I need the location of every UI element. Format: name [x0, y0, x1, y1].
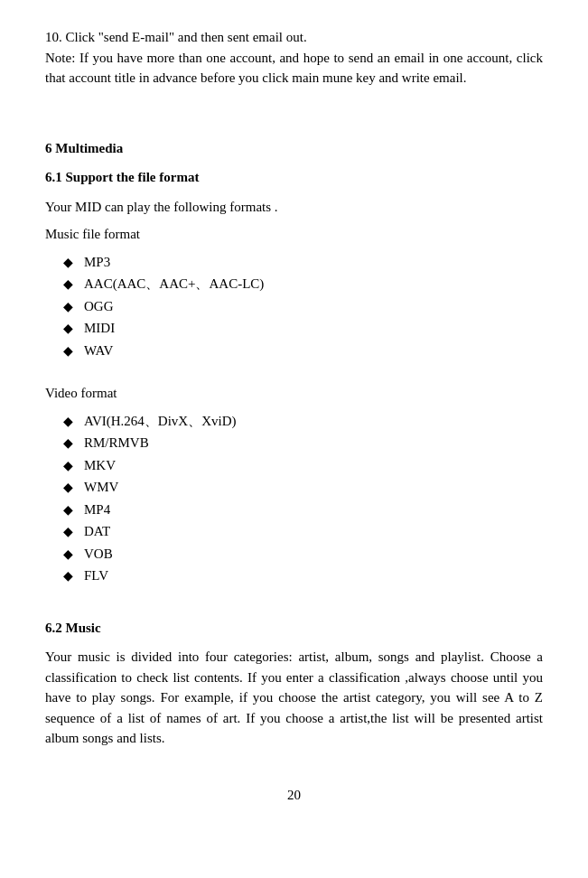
bullet-icon: ◆ — [63, 253, 73, 272]
list-item: ◆ AAC(AAC、AAC+、AAC-LC) — [45, 274, 543, 294]
list-item: ◆ WMV — [45, 477, 543, 498]
video-format-item: AVI(H.264、DivX、XviD) — [84, 411, 236, 432]
list-item: ◆ MP4 — [45, 500, 543, 520]
bullet-icon: ◆ — [63, 412, 73, 431]
section6-heading: 6 Multimedia — [45, 138, 543, 159]
intro-line1: 10. Click "send E-mail" and then sent em… — [45, 27, 543, 48]
list-item: ◆ WAV — [45, 341, 543, 361]
intro-line2: Note: If you have more than one account,… — [45, 48, 543, 89]
list-item: ◆ VOB — [45, 544, 543, 565]
bullet-icon: ◆ — [63, 319, 73, 338]
music-format-item: MP3 — [84, 252, 110, 273]
subsection61-intro: Your MID can play the following formats … — [45, 197, 543, 218]
list-item: ◆ MP3 — [45, 252, 543, 273]
video-format-item: MKV — [84, 455, 116, 476]
video-format-item: VOB — [84, 544, 113, 565]
bullet-icon: ◆ — [63, 297, 73, 316]
page-content: 10. Click "send E-mail" and then sent em… — [45, 27, 543, 805]
subsection61-heading: 6.1 Support the file format — [45, 167, 543, 188]
list-item: ◆ RM/RMVB — [45, 433, 543, 453]
music-format-item: MIDI — [84, 318, 115, 339]
music-format-item: WAV — [84, 341, 113, 361]
bullet-icon: ◆ — [63, 341, 73, 360]
bullet-icon: ◆ — [63, 275, 73, 294]
bullet-icon: ◆ — [63, 478, 73, 497]
music-format-item: OGG — [84, 296, 114, 317]
bullet-icon: ◆ — [63, 500, 73, 519]
video-format-list: ◆ AVI(H.264、DivX、XviD) ◆ RM/RMVB ◆ MKV ◆… — [45, 411, 543, 586]
video-format-item: RM/RMVB — [84, 433, 149, 453]
music-format-item: AAC(AAC、AAC+、AAC-LC) — [84, 274, 264, 294]
music-format-list: ◆ MP3 ◆ AAC(AAC、AAC+、AAC-LC) ◆ OGG ◆ MID… — [45, 252, 543, 361]
bullet-icon: ◆ — [63, 456, 73, 475]
list-item: ◆ DAT — [45, 521, 543, 542]
list-item: ◆ FLV — [45, 565, 543, 586]
bullet-icon: ◆ — [63, 566, 73, 585]
bullet-icon: ◆ — [63, 434, 73, 453]
video-format-item: DAT — [84, 521, 110, 542]
list-item: ◆ AVI(H.264、DivX、XviD) — [45, 411, 543, 432]
page-number: 20 — [45, 785, 543, 806]
bullet-icon: ◆ — [63, 522, 73, 541]
list-item: ◆ MKV — [45, 455, 543, 476]
video-format-item: WMV — [84, 477, 118, 498]
music-format-label: Music file format — [45, 224, 543, 245]
intro-block: 10. Click "send E-mail" and then sent em… — [45, 27, 543, 89]
video-format-item: MP4 — [84, 500, 110, 520]
subsection62-body: Your music is divided into four categori… — [45, 647, 543, 749]
bullet-icon: ◆ — [63, 545, 73, 564]
list-item: ◆ MIDI — [45, 318, 543, 339]
list-item: ◆ OGG — [45, 296, 543, 317]
video-format-item: FLV — [84, 565, 108, 586]
video-format-label: Video format — [45, 383, 543, 404]
subsection62-heading: 6.2 Music — [45, 618, 543, 639]
